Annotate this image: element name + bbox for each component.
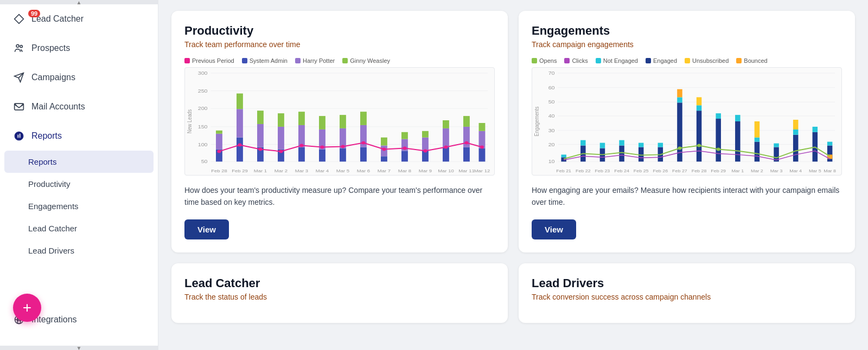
svg-rect-28 — [237, 94, 243, 109]
svg-point-144 — [697, 144, 701, 147]
svg-rect-111 — [580, 140, 586, 146]
fab-add-button[interactable]: + — [13, 294, 41, 322]
svg-text:Mar 12: Mar 12 — [474, 168, 490, 173]
svg-point-77 — [464, 141, 468, 145]
productivity-view-button[interactable]: View — [184, 219, 229, 239]
svg-rect-141 — [827, 142, 833, 146]
svg-text:Mar 6: Mar 6 — [357, 168, 370, 173]
svg-text:Feb 28: Feb 28 — [211, 168, 227, 173]
legend-dot-previous — [184, 58, 190, 63]
sidebar-subitem-lead-catcher[interactable]: Lead Catcher — [0, 217, 158, 239]
sidebar-item-lead-catcher[interactable]: Lead Catcher 99 — [0, 4, 158, 34]
legend-label-previous: Previous Period — [192, 57, 234, 64]
mail-icon — [13, 101, 25, 113]
svg-rect-132 — [755, 121, 760, 138]
svg-text:250: 250 — [198, 88, 208, 93]
lead-catcher-badge: 99 — [28, 10, 40, 17]
legend-not-engaged: Not Engaged — [596, 57, 638, 64]
svg-text:Feb 26: Feb 26 — [653, 169, 668, 173]
legend-harry-potter: Harry Potter — [295, 57, 335, 64]
svg-rect-24 — [216, 134, 222, 150]
legend-label-clicks: Clicks — [572, 57, 588, 64]
svg-text:Feb 22: Feb 22 — [576, 169, 591, 173]
svg-text:Mar 11: Mar 11 — [458, 168, 475, 173]
legend-label-ginny-weasley: Ginny Weasley — [350, 57, 390, 64]
lead-catcher-card-subtitle: Track the status of leads — [184, 293, 495, 301]
svg-rect-62 — [479, 148, 486, 162]
svg-rect-121 — [677, 97, 682, 102]
svg-text:Feb 27: Feb 27 — [672, 169, 687, 173]
legend-dot-opens — [532, 58, 537, 63]
svg-rect-61 — [463, 116, 470, 127]
svg-rect-36 — [298, 125, 305, 147]
sidebar-subitem-engagements[interactable]: Engagements — [0, 195, 158, 217]
sidebar-subitem-reports[interactable]: Reports — [4, 151, 154, 173]
legend-label-system-admin: System Admin — [250, 57, 288, 64]
scroll-down-button[interactable]: ▼ — [0, 346, 158, 350]
sidebar-item-prospects[interactable]: Prospects — [0, 34, 158, 63]
svg-text:70: 70 — [548, 70, 555, 76]
svg-text:Mar 5: Mar 5 — [336, 168, 349, 173]
productivity-legend: Previous Period System Admin Harry Potte… — [184, 57, 495, 64]
svg-rect-126 — [716, 119, 721, 161]
svg-rect-57 — [443, 128, 449, 147]
svg-rect-43 — [340, 115, 346, 128]
svg-text:Feb 28: Feb 28 — [692, 169, 707, 173]
engagements-chart: 70 60 50 40 30 20 10 Engagements — [532, 67, 842, 176]
engagements-view-button[interactable]: View — [532, 219, 576, 239]
sidebar-subitem-productivity[interactable]: Productivity — [0, 173, 158, 195]
svg-rect-117 — [639, 143, 644, 147]
productivity-card-subtitle: Track team performance over time — [184, 40, 495, 49]
legend-dot-harry-potter — [295, 58, 301, 63]
scroll-up-button[interactable]: ▲ — [0, 0, 158, 4]
svg-rect-119 — [658, 143, 663, 147]
sidebar-item-reports[interactable]: Reports — [0, 121, 158, 151]
svg-text:Mar 7: Mar 7 — [378, 168, 391, 173]
svg-text:60: 60 — [548, 85, 555, 90]
svg-point-145 — [717, 148, 720, 151]
svg-text:Mar 3: Mar 3 — [295, 168, 308, 173]
svg-rect-127 — [716, 113, 721, 119]
svg-rect-33 — [278, 127, 284, 150]
legend-label-opens: Opens — [539, 57, 557, 64]
svg-text:Feb 29: Feb 29 — [711, 169, 726, 173]
svg-rect-38 — [319, 149, 326, 161]
svg-rect-129 — [735, 115, 741, 121]
legend-label-engaged: Engaged — [653, 57, 677, 64]
svg-text:Mar 9: Mar 9 — [419, 168, 432, 173]
svg-point-2 — [20, 46, 22, 48]
svg-text:Mar 1: Mar 1 — [731, 169, 744, 173]
svg-rect-55 — [422, 131, 429, 138]
lead-drivers-card: Lead Drivers Track conversion success ac… — [519, 263, 855, 323]
svg-text:Mar 2: Mar 2 — [275, 168, 288, 173]
svg-rect-64 — [479, 123, 486, 131]
sidebar-item-mail-accounts[interactable]: Mail Accounts — [0, 92, 158, 121]
svg-rect-46 — [360, 112, 367, 125]
svg-point-71 — [341, 145, 344, 148]
svg-point-65 — [217, 150, 221, 153]
productivity-chart: 300 250 200 150 100 50 New Leads — [184, 67, 495, 176]
svg-rect-54 — [422, 138, 429, 150]
legend-dot-bounced — [736, 58, 742, 63]
svg-rect-44 — [360, 147, 367, 162]
svg-point-76 — [444, 146, 448, 149]
svg-text:150: 150 — [198, 124, 208, 129]
svg-text:200: 200 — [198, 106, 208, 111]
svg-text:New Leads: New Leads — [186, 109, 193, 134]
sidebar-subitem-engagements-label: Engagements — [28, 202, 79, 211]
legend-dot-not-engaged — [596, 58, 601, 63]
lead-drivers-card-subtitle: Track conversion success across campaign… — [532, 293, 842, 301]
svg-point-68 — [279, 150, 283, 153]
main-content: Productivity Track team performance over… — [158, 0, 868, 350]
engagements-card-description: How engaging are your emails? Measure ho… — [532, 184, 842, 209]
svg-rect-58 — [443, 120, 449, 128]
svg-rect-130 — [755, 142, 760, 162]
legend-dot-system-admin — [242, 58, 247, 63]
svg-rect-37 — [298, 112, 305, 125]
svg-rect-122 — [677, 89, 682, 98]
sidebar-subitem-lead-drivers[interactable]: Lead Drivers — [0, 239, 158, 262]
svg-point-143 — [678, 147, 681, 150]
svg-point-73 — [382, 148, 386, 151]
svg-text:Engagements: Engagements — [533, 106, 540, 136]
sidebar-item-campaigns[interactable]: Campaigns — [0, 63, 158, 92]
